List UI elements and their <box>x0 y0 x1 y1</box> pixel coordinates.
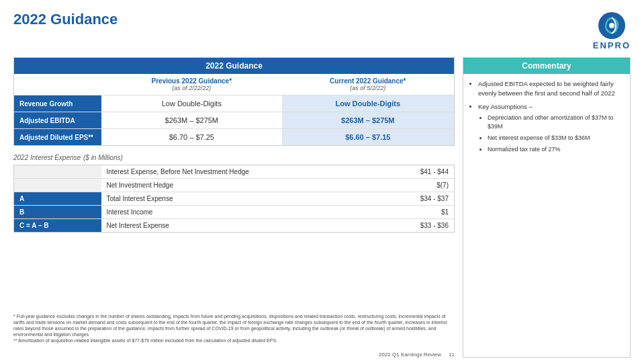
interest-row-desc: Net Investment Hedge <box>101 179 401 192</box>
guidance-prev-val: $263M – $275M <box>101 112 282 129</box>
commentary-sub-bullets: Depreciation and other amortization of $… <box>478 114 623 154</box>
svg-point-1 <box>609 23 614 28</box>
guidance-prev-val: Low Double-Digits <box>101 95 282 112</box>
footnote-2: ** Amortization of acquisition-related i… <box>13 337 455 344</box>
logo-text: ENPRO <box>593 40 631 50</box>
guidance-curr-header: Current 2022 Guidance* (as of 5/2/22) <box>282 74 454 95</box>
interest-row: C = A – B Net Interest Expense $33 - $36 <box>14 219 455 233</box>
interest-row-val: $34 - $37 <box>401 192 455 206</box>
guidance-prev-header: Previous 2022 Guidance* (as of 2/22/22) <box>101 74 282 95</box>
guidance-row-label: Revenue Growth <box>14 95 101 112</box>
guidance-table: 2022 Guidance Previous 2022 Guidance* (a… <box>14 58 454 145</box>
interest-row-label: B <box>14 206 101 219</box>
guidance-row-label-header <box>14 74 101 95</box>
main-content: 2022 Guidance Previous 2022 Guidance* (a… <box>13 57 631 358</box>
left-column: 2022 Guidance Previous 2022 Guidance* (a… <box>13 57 455 358</box>
logo-area: ENPRO <box>593 11 631 50</box>
guidance-main-header: 2022 Guidance <box>14 58 454 74</box>
interest-section: 2022 Interest Expense ($ in Millions) In… <box>13 151 455 304</box>
page: 2022 Guidance ENPRO 2022 Guidance <box>0 0 644 363</box>
footnotes: * Full-year guidance excludes changes in… <box>13 313 455 344</box>
interest-row-val: $33 - $36 <box>401 219 455 233</box>
interest-row: Interest Expense, Before Net Investment … <box>14 165 455 179</box>
commentary-header: Commentary <box>463 58 630 74</box>
interest-row-val: $(7) <box>401 179 455 192</box>
guidance-row: Revenue Growth Low Double-Digits Low Dou… <box>14 95 454 112</box>
guidance-col-headers-row: Previous 2022 Guidance* (as of 2/22/22) … <box>14 74 454 95</box>
footer-line: 2022 Q1 Earnings Review 11 <box>13 352 455 358</box>
interest-row-desc: Total Interest Expense <box>101 192 401 206</box>
header: 2022 Guidance ENPRO <box>13 11 631 50</box>
guidance-curr-val: $6.60 – $7.15 <box>282 129 454 146</box>
interest-row-desc: Interest Income <box>101 206 401 219</box>
interest-row: B Interest Income $1 <box>14 206 455 219</box>
guidance-row-label: Adjusted Diluted EPS** <box>14 129 101 146</box>
footer-review-label: 2022 Q1 Earnings Review 11 <box>379 352 455 358</box>
interest-table: Interest Expense, Before Net Investment … <box>13 165 455 233</box>
interest-title: 2022 Interest Expense ($ in Millions) <box>13 151 455 162</box>
sub-bullet-2: Net interest expense of $33M to $36M <box>488 134 623 143</box>
guidance-row: Adjusted EBITDA $263M – $275M $263M – $2… <box>14 112 454 129</box>
interest-row-label <box>14 165 101 179</box>
page-title: 2022 Guidance <box>13 11 118 28</box>
commentary-box: Commentary Adjusted EBITDA expected to b… <box>463 57 631 358</box>
interest-row: A Total Interest Expense $34 - $37 <box>14 192 455 206</box>
interest-row: Net Investment Hedge $(7) <box>14 179 455 192</box>
interest-row-label <box>14 179 101 192</box>
guidance-row: Adjusted Diluted EPS** $6.70 – $7.25 $6.… <box>14 129 454 146</box>
guidance-prev-val: $6.70 – $7.25 <box>101 129 282 146</box>
commentary-bullet-2: Key Assumptions – Depreciation and other… <box>478 102 623 155</box>
guidance-section: 2022 Guidance Previous 2022 Guidance* (a… <box>13 57 455 146</box>
enpro-logo-icon <box>597 11 627 40</box>
interest-row-desc: Interest Expense, Before Net Investment … <box>101 165 401 179</box>
interest-row-label: C = A – B <box>14 219 101 233</box>
interest-row-desc: Net Interest Expense <box>101 219 401 233</box>
sub-bullet-1: Depreciation and other amortization of $… <box>488 114 623 131</box>
sub-bullet-3: Normalized tax rate of 27% <box>488 145 623 154</box>
guidance-curr-val: Low Double-Digits <box>282 95 454 112</box>
commentary-bullets: Adjusted EBITDA expected to be weighted … <box>470 79 623 154</box>
commentary-bullet-1: Adjusted EBITDA expected to be weighted … <box>478 79 623 98</box>
right-column: Commentary Adjusted EBITDA expected to b… <box>463 57 631 358</box>
footnote-1: * Full-year guidance excludes changes in… <box>13 313 455 337</box>
interest-row-label: A <box>14 192 101 206</box>
interest-row-val: $1 <box>401 206 455 219</box>
guidance-curr-val: $263M – $275M <box>282 112 454 129</box>
commentary-body: Adjusted EBITDA expected to be weighted … <box>463 74 630 163</box>
guidance-row-label: Adjusted EBITDA <box>14 112 101 129</box>
guidance-main-header-row: 2022 Guidance <box>14 58 454 74</box>
interest-row-val: $41 - $44 <box>401 165 455 179</box>
